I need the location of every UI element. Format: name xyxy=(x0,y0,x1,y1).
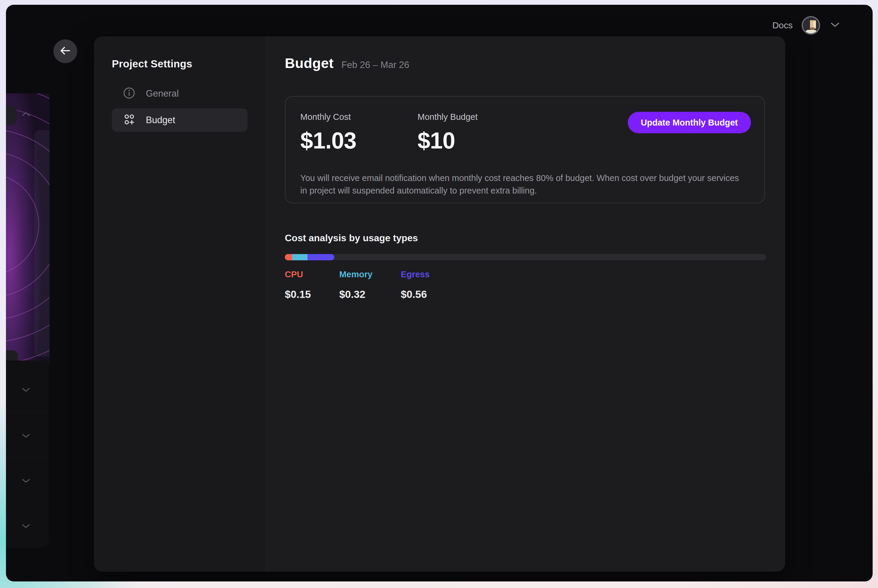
avatar-art xyxy=(813,21,816,27)
budget-card: Monthly Cost $1.03 Monthly Budget $10 Up… xyxy=(285,96,765,203)
usage-segment-egress xyxy=(308,254,334,260)
back-button[interactable] xyxy=(53,39,77,63)
settings-content: Budget Feb 26 – Mar 26 Monthly Cost $1.0… xyxy=(266,36,785,572)
legend-amount: $0.32 xyxy=(339,288,372,300)
project-settings-modal: Project Settings General xyxy=(94,36,785,572)
background-pill-button[interactable] xyxy=(6,105,17,125)
budget-note: You will receive email notification when… xyxy=(300,172,742,197)
top-bar: Docs xyxy=(773,16,841,34)
sidebar-item-label: Budget xyxy=(146,115,175,126)
monthly-cost-metric: Monthly Cost $1.03 xyxy=(300,112,356,154)
monthly-budget-value: $10 xyxy=(417,128,478,154)
legend-item-memory: Memory$0.32 xyxy=(339,270,372,300)
monthly-cost-label: Monthly Cost xyxy=(300,112,356,122)
divider xyxy=(6,456,49,457)
legend-item-cpu: CPU$0.15 xyxy=(285,270,311,300)
legend-label: CPU xyxy=(285,270,311,279)
legend-amount: $0.56 xyxy=(401,288,430,300)
legend-label: Memory xyxy=(339,270,372,279)
grid-plus-icon xyxy=(123,113,136,128)
date-range: Feb 26 – Mar 26 xyxy=(341,60,409,70)
monthly-budget-label: Monthly Budget xyxy=(417,112,478,122)
chevron-down-icon[interactable] xyxy=(829,21,841,30)
chevron-down-icon[interactable] xyxy=(20,477,32,485)
avatar[interactable] xyxy=(801,16,820,34)
sidebar-item-general[interactable]: General xyxy=(112,82,248,105)
background-collapsed-sections xyxy=(6,360,49,548)
legend-label: Egress xyxy=(401,270,430,279)
chevron-down-icon[interactable] xyxy=(20,432,32,440)
settings-sidebar: Project Settings General xyxy=(94,36,266,572)
page-title: Budget xyxy=(285,55,334,71)
usage-segment-cpu xyxy=(285,254,292,260)
chevron-up-icon[interactable] xyxy=(20,111,32,119)
update-monthly-budget-button[interactable]: Update Monthly Budget xyxy=(628,112,751,133)
monthly-budget-metric: Monthly Budget $10 xyxy=(417,112,478,154)
page-header: Budget Feb 26 – Mar 26 xyxy=(285,55,409,71)
usage-legend: CPU$0.15Memory$0.32Egress$0.56 xyxy=(285,270,430,300)
divider xyxy=(6,412,49,412)
sidebar-item-budget[interactable]: Budget xyxy=(112,108,248,132)
arrow-left-icon xyxy=(59,45,72,57)
app-window: Docs Project Settings xyxy=(6,5,873,582)
legend-item-egress: Egress$0.56 xyxy=(401,270,430,300)
usage-segment-memory xyxy=(292,254,308,260)
legend-amount: $0.15 xyxy=(285,288,311,300)
chevron-down-icon[interactable] xyxy=(20,386,32,394)
background-panel xyxy=(34,130,50,357)
monthly-cost-value: $1.03 xyxy=(300,128,356,154)
cost-analysis-title: Cost analysis by usage types xyxy=(285,232,418,244)
usage-progress-bar xyxy=(285,254,766,260)
sidebar-item-label: General xyxy=(146,88,179,99)
info-icon xyxy=(123,87,136,101)
settings-title: Project Settings xyxy=(112,58,192,70)
avatar-art xyxy=(805,30,817,34)
docs-link[interactable]: Docs xyxy=(773,20,793,30)
chevron-down-icon[interactable] xyxy=(20,522,32,531)
